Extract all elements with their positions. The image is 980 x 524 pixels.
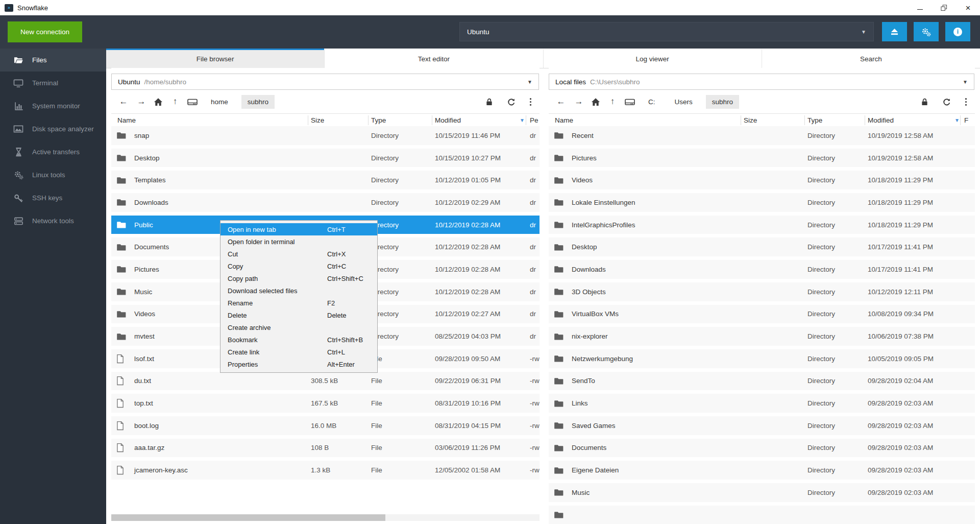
column-header-name[interactable]: Name [555,114,573,127]
refresh-icon[interactable] [942,98,951,106]
file-row-lokale-einstellungen[interactable]: Lokale EinstellungenDirectory10/18/2019 … [549,193,975,216]
file-row-links[interactable]: LinksDirectory09/28/2019 02:03 AM [549,394,975,416]
lock-icon[interactable] [921,98,928,106]
kebab-menu-icon[interactable] [965,98,967,106]
tab-file-browser[interactable]: File browser [106,49,324,68]
file-row-3d-objects[interactable]: 3D ObjectsDirectory10/12/2019 12:11 PM [549,282,975,305]
file-row-boot-log[interactable]: boot.log16.0 MBFile08/31/2019 04:15 PM-r… [111,416,540,439]
file-row-virtualbox-vms[interactable]: VirtualBox VMsDirectory10/08/2019 09:34 … [549,305,975,327]
column-header-permissions[interactable]: Pe [530,114,538,127]
home-button[interactable] [154,98,163,106]
lock-icon[interactable] [485,98,493,106]
file-row-item[interactable] [549,506,975,524]
sidebar-item-terminal[interactable]: Terminal [0,72,106,94]
column-header-size[interactable]: Size [311,114,324,127]
home-button[interactable] [591,98,600,106]
sidebar-item-linux-tools[interactable]: Linux tools [0,163,106,186]
menu-item-open-folder-in-terminal[interactable]: Open folder in terminal [220,235,377,248]
minimize-button[interactable] [908,0,932,15]
file-row-aaa-tar-gz[interactable]: aaa.tar.gz108 BFile03/06/2019 11:26 PM-r… [111,439,540,461]
file-row-videos[interactable]: VideosDirectory10/18/2019 11:29 PM [549,171,975,193]
sidebar-item-files[interactable]: Files [0,49,106,72]
sidebar-item-system-monitor[interactable]: System monitor [0,94,106,117]
column-header-permissions[interactable]: F [964,114,968,127]
new-connection-button[interactable]: New connection [8,21,82,42]
column-header-type[interactable]: Type [371,114,386,127]
breadcrumb-item-subhro[interactable]: subhro [241,95,275,109]
menu-item-download-selected-files[interactable]: Download selected files [220,284,377,297]
sidebar-item-active-transfers[interactable]: Active transfers [0,140,106,163]
scrollbar-thumb[interactable] [111,514,385,521]
tab-log-viewer[interactable]: Log viewer [543,49,762,68]
column-header-modified[interactable]: Modified [435,114,461,127]
menu-item-rename[interactable]: RenameF2 [220,297,377,309]
tab-search[interactable]: Search [762,49,980,68]
file-row-nix-explorer[interactable]: nix-explorerDirectory10/06/2019 07:38 PM [549,327,975,349]
file-row-eigene-dateien[interactable]: Eigene DateienDirectory09/28/2019 02:03 … [549,461,975,483]
column-header-size[interactable]: Size [744,114,757,127]
session-selector[interactable]: Ubuntu ▼ [459,22,874,41]
file-row-documents[interactable]: DocumentsDirectory09/28/2019 02:03 AM [549,439,975,461]
up-button[interactable]: ↑ [607,97,618,107]
settings-button[interactable] [914,22,939,41]
drive-button[interactable] [187,98,198,106]
sidebar-item-ssh-keys[interactable]: SSH keys [0,186,106,209]
menu-item-delete[interactable]: DeleteDelete [220,309,377,321]
refresh-icon[interactable] [507,98,516,106]
file-row-sendto[interactable]: SendToDirectory09/28/2019 02:04 AM [549,372,975,394]
file-row-jcameron-key-asc[interactable]: jcameron-key.asc1.3 kBFile12/05/2002 01:… [111,461,540,483]
menu-item-create-archive[interactable]: Create archive [220,321,377,334]
file-row-pictures[interactable]: PicturesDirectory10/19/2019 12:58 AM [549,149,975,171]
file-type-cell: Directory [807,372,835,391]
file-row-music[interactable]: MusicDirectory09/28/2019 02:03 AM [549,483,975,506]
breadcrumb-item-c[interactable]: C: [642,95,662,109]
file-row-downloads[interactable]: DownloadsDirectory10/17/2019 11:41 PM [549,260,975,282]
sidebar-item-disk-space-analyzer[interactable]: Disk space analyzer [0,117,106,140]
menu-item-copy-path[interactable]: Copy pathCtrl+Shift+C [220,272,377,284]
menu-item-create-link[interactable]: Create linkCtrl+L [220,346,377,358]
info-button[interactable]: i [945,22,970,41]
sort-descending-icon[interactable]: ▼ [954,117,960,123]
sort-descending-icon[interactable]: ▼ [520,117,525,123]
close-button[interactable]: × [956,0,980,15]
disconnect-button[interactable] [882,22,907,41]
menu-item-open-in-new-tab[interactable]: Open in new tabCtrl+T [220,223,377,235]
column-header-modified[interactable]: Modified [868,114,894,127]
file-row-recent[interactable]: RecentDirectory10/19/2019 12:58 AM [549,126,975,149]
file-modified-cell: 09/28/2019 02:04 AM [868,372,933,391]
kebab-menu-icon[interactable] [529,98,532,106]
sidebar-item-network-tools[interactable]: Network tools [0,209,106,232]
file-row-intelgraphicsprofiles[interactable]: IntelGraphicsProfilesDirectory10/18/2019… [549,216,975,238]
file-row-netzwerkumgebung[interactable]: NetzwerkumgebungDirectory10/05/2019 09:0… [549,349,975,372]
file-row-saved-games[interactable]: Saved GamesDirectory09/28/2019 02:03 AM [549,416,975,439]
horizontal-scrollbar[interactable] [111,514,540,521]
menu-item-properties[interactable]: PropertiesAlt+Enter [220,358,377,370]
tab-text-editor[interactable]: Text editor [324,49,543,68]
file-row-downloads[interactable]: DownloadsDirectory10/12/2019 02:29 AMdr [111,193,540,216]
file-row-templates[interactable]: TemplatesDirectory10/12/2019 01:05 PMdr [111,171,540,193]
local-path-selector[interactable]: Local files C:\Users\subhro ▼ [549,74,974,90]
breadcrumb-item-users[interactable]: Users [669,95,699,109]
up-button[interactable]: ↑ [169,97,181,107]
restore-button[interactable] [932,0,956,15]
menu-item-bookmark[interactable]: BookmarkCtrl+Shift+B [220,334,377,346]
file-row-du-txt[interactable]: du.txt308.5 kBFile09/22/2019 06:31 PM-rw [111,372,540,394]
forward-button[interactable]: → [136,97,147,107]
breadcrumb-item-subhro[interactable]: subhro [706,95,739,109]
menu-item-copy[interactable]: CopyCtrl+C [220,260,377,272]
column-header-name[interactable]: Name [117,114,136,127]
drive-button[interactable] [625,98,635,106]
snowflake-window: { "colors": { "header-bg": "#333b46", "s… [0,0,980,524]
file-row-snap[interactable]: snapDirectory10/15/2019 11:46 PMdr [111,126,540,149]
file-row-desktop[interactable]: DesktopDirectory10/17/2019 11:41 PM [549,237,975,260]
back-button[interactable]: ← [555,97,567,107]
file-row-top-txt[interactable]: top.txt167.5 kBFile08/31/2019 10:16 PM-r… [111,394,540,416]
remote-path-selector[interactable]: Ubuntu /home/subhro ▼ [111,74,539,90]
menu-item-cut[interactable]: CutCtrl+X [220,248,377,260]
column-header-type[interactable]: Type [807,114,822,127]
file-modified-cell: 10/18/2019 11:29 PM [868,171,933,189]
forward-button[interactable]: → [573,97,584,107]
file-row-desktop[interactable]: DesktopDirectory10/15/2019 10:27 PMdr [111,149,540,171]
back-button[interactable]: ← [118,97,129,107]
breadcrumb-item-home[interactable]: home [205,95,234,109]
